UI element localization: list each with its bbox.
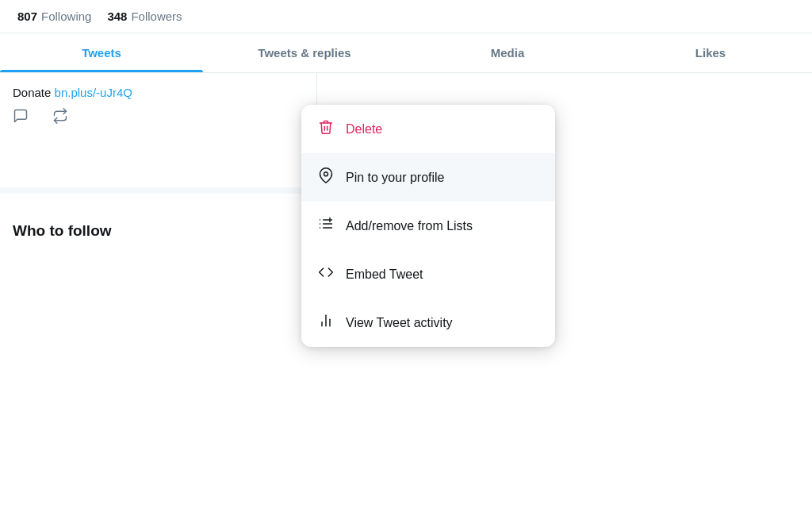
retweet-icon[interactable] bbox=[52, 107, 68, 124]
code-icon bbox=[317, 264, 335, 284]
pin-icon bbox=[317, 167, 335, 187]
tab-media[interactable]: Media bbox=[406, 33, 609, 72]
tweet-text: Donate bn.plus/-uJr4Q bbox=[0, 86, 316, 107]
tweet-link[interactable]: bn.plus/-uJr4Q bbox=[55, 86, 132, 99]
dropdown-item-lists[interactable]: Add/remove from Lists bbox=[301, 202, 555, 250]
dropdown-item-pin[interactable]: Pin to your profile bbox=[301, 153, 555, 202]
who-to-follow-section: Who to follow bbox=[0, 187, 316, 252]
embed-label: Embed Tweet bbox=[346, 267, 423, 282]
dropdown-item-delete[interactable]: Delete bbox=[301, 105, 555, 153]
pin-label: Pin to your profile bbox=[346, 171, 445, 185]
following-count: 807 bbox=[17, 10, 37, 23]
dropdown-item-embed[interactable]: Embed Tweet bbox=[301, 250, 555, 298]
tweet-actions bbox=[0, 107, 316, 124]
lists-label: Add/remove from Lists bbox=[346, 219, 473, 233]
main-content: Donate bn.plus/-uJr4Q Who bbox=[0, 73, 812, 265]
following-label: Following bbox=[41, 10, 91, 23]
reply-icon[interactable] bbox=[13, 107, 29, 124]
trash-icon bbox=[317, 119, 335, 139]
tweet-dropdown-menu: Delete Pin to your profile bbox=[301, 105, 555, 347]
followers-label: Followers bbox=[131, 10, 182, 23]
stats-bar: 807 Following 348 Followers bbox=[0, 0, 812, 33]
delete-label: Delete bbox=[346, 122, 382, 137]
who-to-follow-title: Who to follow bbox=[13, 222, 112, 239]
followers-stat[interactable]: 348 Followers bbox=[107, 10, 182, 23]
tweet-area: Donate bn.plus/-uJr4Q Who bbox=[0, 73, 317, 265]
tab-tweets[interactable]: Tweets bbox=[0, 33, 203, 72]
tab-tweets-replies[interactable]: Tweets & replies bbox=[203, 33, 406, 72]
dropdown-item-activity[interactable]: View Tweet activity bbox=[301, 298, 555, 347]
who-to-follow: Who to follow bbox=[0, 210, 316, 252]
following-stat[interactable]: 807 Following bbox=[17, 10, 91, 23]
svg-point-0 bbox=[324, 172, 328, 176]
profile-tabs: Tweets Tweets & replies Media Likes bbox=[0, 33, 812, 73]
list-icon bbox=[317, 216, 335, 236]
activity-label: View Tweet activity bbox=[346, 316, 453, 330]
tab-likes[interactable]: Likes bbox=[609, 33, 812, 72]
followers-count: 348 bbox=[107, 10, 127, 23]
activity-icon bbox=[317, 313, 335, 333]
